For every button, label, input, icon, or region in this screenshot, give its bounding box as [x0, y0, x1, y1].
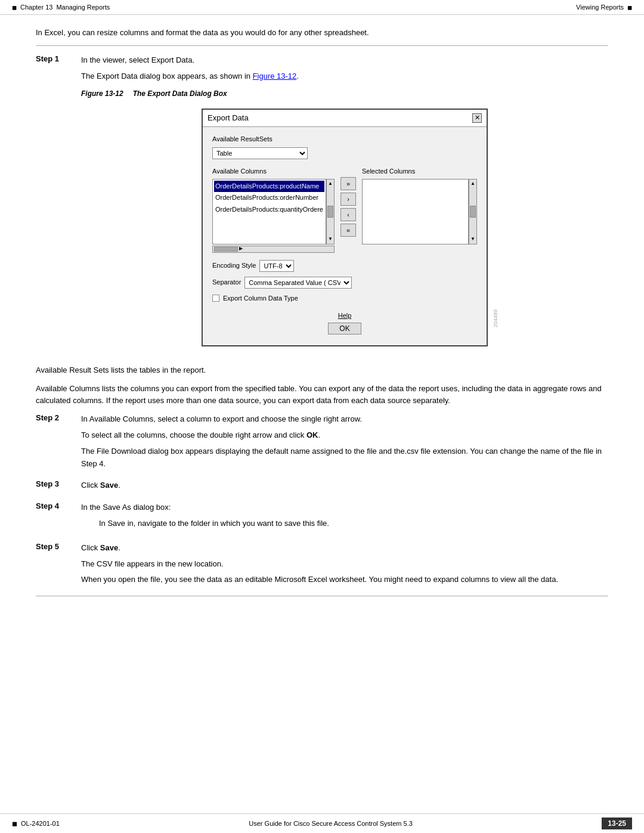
figure-label: Figure 13-12	[81, 88, 123, 100]
encoding-row: Encoding Style UTF-8	[212, 260, 477, 272]
scroll-down-arrow[interactable]: ▼	[328, 236, 333, 243]
footer-doc-number: OL-24201-01	[21, 820, 60, 827]
step5-note1: The CSV file appears in the new location…	[81, 558, 608, 571]
step5-content: Click Save. The CSV file appears in the …	[81, 542, 608, 590]
step3-row: Step 3 Click Save.	[36, 479, 608, 496]
step2-content: In Available Columns, select a column to…	[81, 413, 608, 473]
step2-text: In Available Columns, select a column to…	[81, 413, 608, 426]
step2-row: Step 2 In Available Columns, select a co…	[36, 413, 608, 473]
dialog-titlebar: Export Data ✕	[203, 110, 487, 128]
step4-label: Step 4	[36, 501, 72, 510]
step1-row: Step 1 In the viewer, select Export Data…	[36, 54, 608, 358]
bottom-separator	[36, 596, 608, 596]
separator-row: Separator Comma Separated Value ( CSV )	[212, 277, 477, 289]
step5-row: Step 5 Click Save. The CSV file appears …	[36, 542, 608, 590]
selected-columns-listbox[interactable]	[362, 179, 469, 244]
sel-scroll-up-arrow[interactable]: ▲	[470, 180, 475, 188]
step2-note: The File Download dialog box appears dis…	[81, 445, 608, 470]
separator-label: Separator	[212, 277, 241, 288]
dialog-title: Export Data	[208, 112, 249, 125]
available-resultsets-label: Available ResultSets	[212, 134, 477, 145]
chapter-label: Chapter 13	[20, 4, 52, 11]
move-all-right-button[interactable]: »	[340, 177, 356, 190]
footer-right: 13-25	[602, 817, 632, 829]
export-data-dialog: Export Data ✕ Available ResultSets Table	[202, 109, 488, 346]
step2-label: Step 2	[36, 413, 72, 422]
step1-sub-text: The Export Data dialog box appears, as s…	[81, 70, 608, 83]
dialog-body: Available ResultSets Table Available Col…	[203, 127, 487, 345]
page-footer: ◼ OL-24201-01 User Guide for Cisco Secur…	[0, 813, 644, 833]
hscroll-thumb	[214, 247, 238, 252]
scroll-up-arrow[interactable]: ▲	[328, 180, 333, 188]
footer-bullet: ◼	[12, 820, 17, 828]
step1-main-text: In the viewer, select Export Data.	[81, 54, 608, 67]
ok-button[interactable]: OK	[328, 323, 361, 335]
sel-scroll-thumb	[470, 206, 476, 218]
step4-row: Step 4 In the Save As dialog box: In Sav…	[36, 501, 608, 536]
move-right-button[interactable]: ›	[340, 193, 356, 206]
step2-sub-text: To select all the columns, choose the do…	[81, 429, 608, 442]
dialog-footer: Help OK	[212, 311, 477, 339]
encoding-dropdown[interactable]: UTF-8	[259, 260, 294, 272]
figure-caption: Figure 13-12 The Export Data Dialog Box	[81, 88, 608, 100]
hscroll-right-arrow[interactable]: ▶	[239, 245, 243, 253]
column-item-0[interactable]: OrderDetailsProducts:productName	[214, 181, 324, 193]
selected-columns-label: Selected Columns	[362, 166, 477, 177]
dialog-close-button[interactable]: ✕	[472, 113, 482, 123]
resultsets-dropdown[interactable]: Table	[212, 147, 308, 159]
page-number: 13-25	[602, 817, 632, 829]
help-link[interactable]: Help	[338, 311, 352, 321]
step3-label: Step 3	[36, 479, 72, 488]
columns-area: Available Columns OrderDetailsProducts:p…	[212, 166, 477, 253]
separator-dropdown[interactable]: Comma Separated Value ( CSV )	[244, 277, 352, 289]
transfer-buttons: » › ‹ «	[340, 166, 356, 237]
available-columns-scrollbar[interactable]: ▲ ▼	[326, 179, 335, 244]
intro-text: In Excel, you can resize columns and for…	[36, 27, 608, 39]
footer-center: User Guide for Cisco Secure Access Contr…	[249, 820, 413, 827]
step5-note2: When you open the file, you see the data…	[81, 574, 608, 586]
top-separator	[36, 45, 608, 46]
move-left-button[interactable]: ‹	[340, 208, 356, 221]
checkbox-row: Export Column Data Type	[212, 293, 477, 304]
header-left: ◼ Chapter 13 Managing Reports	[12, 4, 110, 11]
available-columns-para: Available Columns lists the columns you …	[36, 383, 608, 408]
chapter-title: Managing Reports	[56, 4, 110, 11]
step1-content: In the viewer, select Export Data. The E…	[81, 54, 608, 358]
step5-text: Click Save.	[81, 542, 608, 555]
column-item-2[interactable]: OrderDetailsProducts:quantityOrdere	[214, 204, 324, 216]
footer-left: ◼ OL-24201-01	[12, 820, 60, 828]
footer-guide-label: User Guide for Cisco Secure Access Contr…	[249, 820, 413, 827]
header-bullet-right: ◼	[627, 4, 632, 11]
available-columns-list-wrapper: OrderDetailsProducts:productName OrderDe…	[212, 179, 335, 244]
available-columns-section: Available Columns OrderDetailsProducts:p…	[212, 166, 335, 253]
sel-scroll-down-arrow[interactable]: ▼	[470, 236, 475, 243]
selected-columns-section: Selected Columns ▲ ▼	[362, 166, 477, 244]
resultsets-dropdown-row: Table	[212, 147, 477, 159]
header-bullet-left: ◼	[12, 4, 17, 11]
export-column-data-type-checkbox[interactable]	[212, 295, 219, 302]
available-columns-hscrollbar[interactable]: ▶	[212, 246, 335, 253]
move-all-left-button[interactable]: «	[340, 224, 356, 237]
step3-text: Click Save.	[81, 479, 608, 492]
header-right: Viewing Reports ◼	[576, 4, 632, 11]
figure-title: The Export Data Dialog Box	[133, 88, 227, 100]
dialog-wrapper: Export Data ✕ Available ResultSets Table	[81, 109, 608, 346]
export-column-data-type-label: Export Column Data Type	[223, 293, 298, 304]
step3-content: Click Save.	[81, 479, 608, 496]
dialog-watermark: 204489	[491, 309, 500, 327]
page-header: ◼ Chapter 13 Managing Reports Viewing Re…	[0, 0, 644, 15]
step4-bullet-list: In Save in, navigate to the folder in wh…	[99, 518, 608, 530]
page-content: In Excel, you can resize columns and for…	[0, 15, 644, 617]
selected-columns-scrollbar[interactable]: ▲ ▼	[469, 179, 477, 244]
step4-content: In the Save As dialog box: In Save in, n…	[81, 501, 608, 536]
encoding-label: Encoding Style	[212, 261, 256, 271]
available-columns-listbox[interactable]: OrderDetailsProducts:productName OrderDe…	[212, 179, 326, 244]
section-title: Viewing Reports	[576, 4, 624, 11]
column-item-1[interactable]: OrderDetailsProducts:orderNumber	[214, 192, 324, 204]
figure-link[interactable]: Figure 13-12	[253, 72, 297, 80]
step4-text: In the Save As dialog box:	[81, 501, 608, 514]
step5-label: Step 5	[36, 542, 72, 551]
scroll-thumb	[327, 206, 333, 218]
available-columns-label: Available Columns	[212, 166, 335, 177]
selected-columns-list-wrapper: ▲ ▼	[362, 179, 477, 244]
